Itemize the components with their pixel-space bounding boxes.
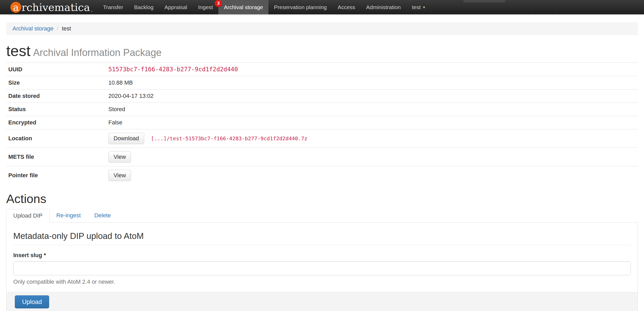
content-container: Archival storage / test testArchival Inf… — [0, 22, 644, 311]
breadcrumb-item-archival-storage: Archival storage — [12, 25, 54, 32]
location-path: [...]/test-51573bc7-f166-4283-b277-9cd1f… — [151, 135, 307, 142]
row-label-size: Size — [6, 76, 106, 90]
panel-heading: Metadata-only DIP upload to AtoM — [13, 231, 631, 241]
brand-a-icon: a — [10, 2, 21, 13]
nav-link-administration[interactable]: Administration — [361, 0, 406, 14]
upload-dip-form: Metadata-only DIP upload to AtoM Insert … — [6, 223, 638, 292]
detail-row-encrypted: Encrypted False — [6, 116, 638, 129]
nav-link-transfer[interactable]: Transfer — [98, 0, 129, 14]
nav-link-backlog[interactable]: Backlog — [129, 0, 159, 14]
detail-row-uuid: UUID 51573bc7-f166-4283-b277-9cd1f2d2d44… — [6, 63, 638, 76]
nav-item-appraisal: Appraisal — [159, 0, 193, 14]
nav-item-preservation-planning: Preservation planning — [268, 0, 332, 14]
slug-help: Only compatible with AtoM 2.4 or newer. — [13, 278, 631, 285]
nav-link-preservation-planning[interactable]: Preservation planning — [268, 0, 332, 14]
aip-name: test — [6, 42, 31, 59]
brand-text: rchivematica — [22, 1, 90, 13]
upload-button[interactable]: Upload — [15, 295, 49, 308]
top-navbar: a rchivematica . Transfer Backlog Apprai… — [0, 0, 644, 14]
tab-upload-dip: Upload DIP — [6, 209, 50, 223]
form-footer: Upload — [6, 292, 638, 311]
download-button[interactable]: Download — [108, 133, 144, 144]
row-label-mets-file: METS file — [6, 148, 106, 166]
aip-type-label: Archival Information Package — [33, 47, 162, 58]
upload-dip-panel: Metadata-only DIP upload to AtoM Insert … — [6, 223, 638, 311]
detail-row-date-stored: Date stored 2020-04-17 13:02 — [6, 90, 638, 103]
heading-divider — [13, 245, 631, 245]
main-nav: Transfer Backlog Appraisal Ingest 3 Arch… — [98, 0, 431, 14]
breadcrumb-separator: / — [57, 25, 58, 32]
breadcrumb: Archival storage / test — [6, 22, 638, 35]
nav-item-backlog: Backlog — [129, 0, 159, 14]
nav-item-ingest: Ingest 3 — [193, 0, 218, 14]
nav-item-access: Access — [332, 0, 361, 14]
detail-row-size: Size 10.88 MB — [6, 76, 638, 90]
detail-row-location: Location Download[...]/test-51573bc7-f16… — [6, 129, 638, 148]
tab-upload-dip-link[interactable]: Upload DIP — [6, 209, 50, 223]
breadcrumb-archival-storage-link[interactable]: Archival storage — [12, 25, 54, 32]
nav-link-appraisal[interactable]: Appraisal — [159, 0, 193, 14]
brand-trademark-dot: . — [91, 6, 93, 13]
nav-item-archival-storage: Archival storage — [218, 0, 268, 14]
detail-row-mets-file: METS file View — [6, 148, 638, 166]
slug-input[interactable] — [13, 261, 631, 275]
date-stored-value: 2020-04-17 13:02 — [106, 90, 638, 103]
row-label-location: Location — [6, 129, 106, 148]
row-label-encrypted: Encrypted — [6, 116, 106, 129]
tab-delete: Delete — [88, 209, 118, 223]
detail-row-pointer-file: Pointer file View — [6, 166, 638, 185]
aip-details-table: UUID 51573bc7-f166-4283-b277-9cd1f2d2d44… — [6, 62, 638, 185]
nav-item-user-menu: test ▾ — [406, 0, 430, 14]
encrypted-value: False — [106, 116, 638, 129]
nav-item-transfer: Transfer — [98, 0, 129, 14]
actions-title: Actions — [6, 192, 638, 205]
page-title: testArchival Information Package — [6, 43, 638, 60]
pointer-view-button[interactable]: View — [108, 170, 131, 181]
uuid-value: 51573bc7-f166-4283-b277-9cd1f2d2d440 — [108, 66, 238, 73]
row-label-status: Status — [6, 103, 106, 116]
tab-re-ingest: Re-ingest — [50, 209, 88, 223]
tab-delete-link[interactable]: Delete — [88, 209, 118, 222]
breadcrumb-current: test — [62, 25, 71, 32]
nav-item-administration: Administration — [361, 0, 406, 14]
mets-view-button[interactable]: View — [108, 151, 131, 163]
nav-link-archival-storage[interactable]: Archival storage — [218, 0, 268, 14]
nav-link-access[interactable]: Access — [332, 0, 361, 14]
search-box-partial[interactable] — [463, 0, 505, 2]
page: a rchivematica . Transfer Backlog Apprai… — [0, 0, 644, 311]
user-menu-label: test — [412, 4, 421, 10]
slug-label: Insert slug * — [13, 252, 631, 259]
caret-down-icon: ▾ — [423, 5, 425, 10]
row-label-pointer-file: Pointer file — [6, 166, 106, 185]
size-value: 10.88 MB — [106, 76, 638, 90]
actions-tabs: Upload DIP Re-ingest Delete — [6, 209, 638, 223]
brand-logo[interactable]: a rchivematica . — [0, 0, 98, 14]
row-label-uuid: UUID — [6, 63, 106, 76]
user-menu-dropdown[interactable]: test ▾ — [406, 0, 430, 14]
detail-row-status: Status Stored — [6, 103, 638, 116]
tab-re-ingest-link[interactable]: Re-ingest — [50, 209, 88, 222]
row-label-date-stored: Date stored — [6, 90, 106, 103]
status-value: Stored — [106, 103, 638, 116]
